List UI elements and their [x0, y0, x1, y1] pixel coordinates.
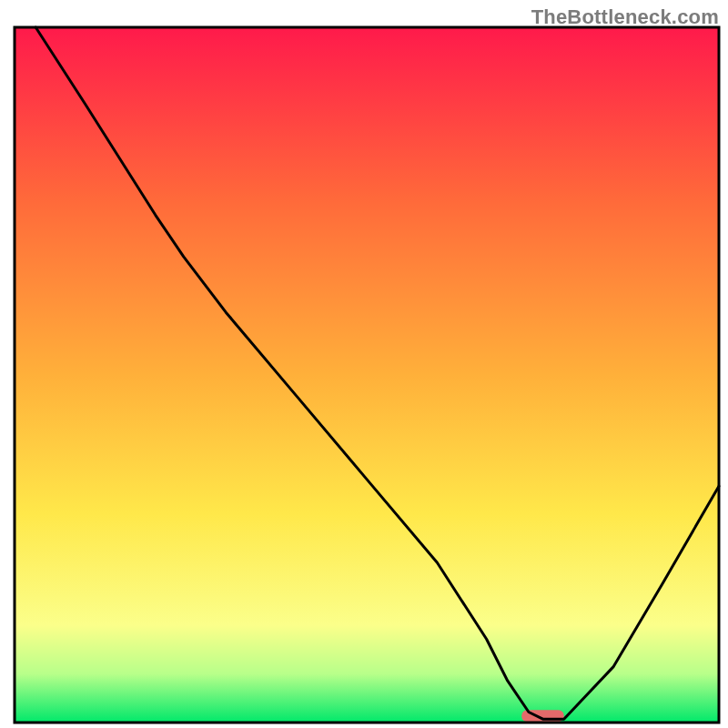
plot-background [15, 27, 719, 723]
chart-stage: TheBottleneck.com [0, 0, 728, 728]
bottleneck-chart [0, 0, 728, 728]
